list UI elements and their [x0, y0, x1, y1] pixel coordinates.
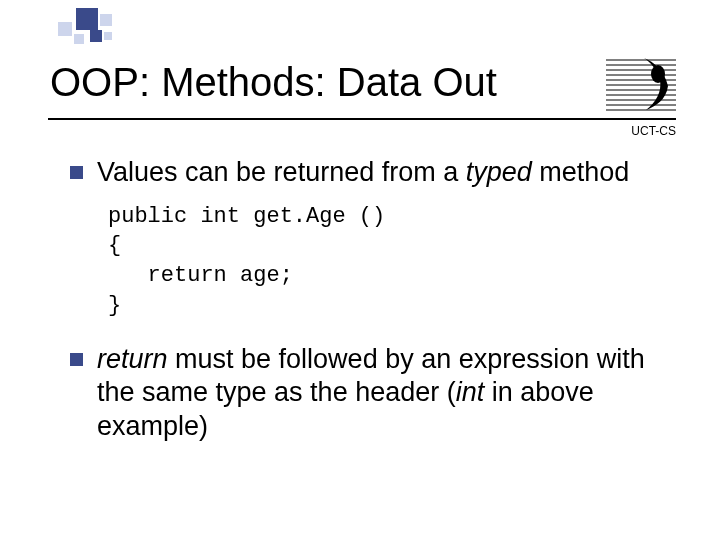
logo-label: UCT-CS [631, 124, 676, 138]
slide: OOP: Methods: Data Out UCT-CS [0, 0, 720, 540]
code-line: public int get.Age () [108, 204, 385, 229]
text-italic: return [97, 344, 168, 374]
text-italic: int [456, 377, 485, 407]
text-italic: typed [466, 157, 532, 187]
bullet-1: Values can be returned from a typed meth… [70, 156, 670, 190]
code-block: public int get.Age () { return age; } [108, 202, 670, 321]
text: method [532, 157, 630, 187]
title-underline [48, 118, 676, 120]
bullet-marker [70, 353, 83, 366]
corner-decoration [50, 8, 130, 48]
text: Values can be returned from a [97, 157, 466, 187]
code-line: return age; [108, 263, 293, 288]
bullet-2-text: return must be followed by an expression… [97, 343, 670, 444]
bullet-1-text: Values can be returned from a typed meth… [97, 156, 629, 190]
code-line: } [108, 293, 121, 318]
code-line: { [108, 233, 121, 258]
bullet-2: return must be followed by an expression… [70, 343, 670, 444]
svg-point-12 [651, 65, 665, 83]
logo-graphic [606, 56, 676, 112]
bullet-marker [70, 166, 83, 179]
content-area: Values can be returned from a typed meth… [70, 156, 670, 454]
slide-title: OOP: Methods: Data Out [50, 60, 497, 105]
